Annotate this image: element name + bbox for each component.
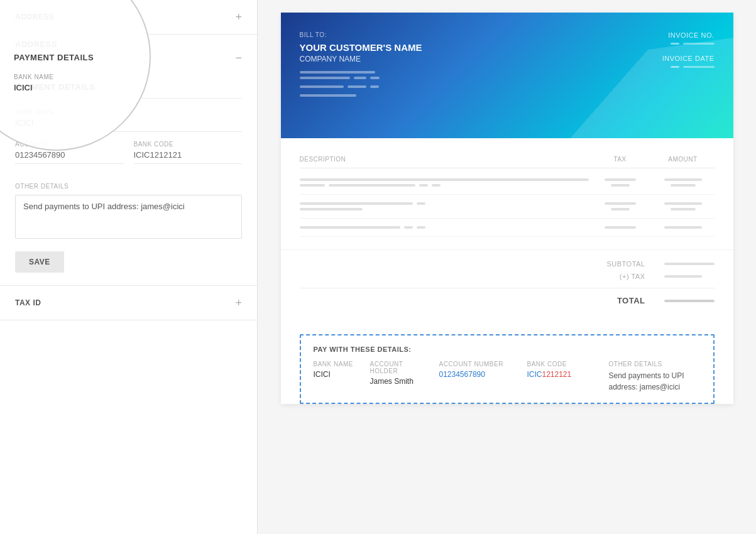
- address-line-3c: [370, 85, 379, 88]
- address-label-sub: ADDRESS: [0, 35, 257, 52]
- pay-bank-name-value: ICICI: [314, 370, 364, 379]
- row1-desc-line1: [300, 178, 589, 181]
- bill-to-label: BILL TO:: [300, 31, 422, 38]
- other-details-section: OTHER DETAILS Send payments to UPI addre…: [15, 183, 242, 241]
- invoice-no-dot1: [671, 43, 679, 45]
- payment-box: PAY WITH THESE DETAILS: BANK NAME ICICI …: [300, 334, 715, 404]
- other-details-input[interactable]: Send payments to UPI address: james@icic…: [15, 195, 242, 239]
- pay-with-label: PAY WITH THESE DETAILS:: [314, 346, 701, 353]
- row3-amt-line1: [664, 226, 702, 229]
- row3-tax: [589, 226, 652, 229]
- row3-desc: [300, 226, 589, 229]
- row2-desc-line1: [300, 202, 413, 205]
- invoice-date-dot1: [671, 66, 679, 68]
- invoice-header: BILL TO: YOUR CUSTOMER'S NAME COMPANY NA…: [281, 13, 733, 138]
- tax-ph: [664, 275, 702, 278]
- address-collapse-icon[interactable]: −: [0, 52, 257, 70]
- subtotal-value: [664, 263, 715, 265]
- address-section-header: ADDRESS +: [0, 0, 257, 35]
- subtotal-section: SUBTOTAL (+) TAX TOTAL: [281, 249, 733, 315]
- invoice-no-line: [683, 43, 715, 45]
- row3-desc-line1: [300, 226, 400, 229]
- row2-amt-line2: [671, 208, 696, 210]
- row2-amount: [652, 202, 715, 210]
- tax-row-label: (+) TAX: [595, 273, 645, 280]
- pay-other-details-header: OTHER DETAILS: [609, 361, 701, 368]
- row2-tax-line1: [605, 202, 636, 205]
- bank-name-label: BANK NAME: [15, 109, 242, 116]
- row2-desc-dot1: [417, 202, 425, 205]
- pay-account-number-col: ACCOUNT NUMBER 01234567890: [439, 361, 521, 393]
- invoice-row-3: [300, 219, 715, 237]
- row2-amt-line1: [664, 202, 702, 205]
- payment-details-section: PAYMENT DETAILS BANK NAME ICICI ACCOUNT …: [0, 70, 257, 286]
- total-value: [664, 300, 715, 302]
- row1-tax-line1: [605, 178, 636, 181]
- bank-code-col: BANK CODE ICIC1212121: [134, 141, 243, 173]
- save-button[interactable]: SAVE: [15, 251, 64, 273]
- bank-code-label: BANK CODE: [134, 141, 243, 148]
- address-line-4: [300, 94, 356, 97]
- pay-account-number-value: 01234567890: [439, 370, 521, 379]
- invoice-card: BILL TO: YOUR CUSTOMER'S NAME COMPANY NA…: [281, 13, 733, 404]
- address-line-2a: [300, 77, 350, 79]
- invoice-table-section: DESCRIPTION TAX AMOUNT: [281, 138, 733, 249]
- bank-code-value: ICIC1212121: [134, 150, 243, 164]
- address-add-icon[interactable]: +: [235, 11, 242, 23]
- address-title: ADDRESS: [15, 13, 54, 21]
- address-line-2b: [354, 77, 366, 79]
- row1-desc-dot3: [432, 184, 441, 187]
- tax-row: (+) TAX: [300, 273, 715, 280]
- row2-tax-line2: [611, 208, 630, 210]
- tax-row-value: [664, 275, 715, 278]
- row3-amount: [652, 226, 715, 229]
- total-row: TOTAL: [300, 288, 715, 305]
- row3-tax-line1: [605, 226, 636, 229]
- address-line-1: [300, 71, 375, 74]
- customer-name: YOUR CUSTOMER'S NAME: [300, 42, 422, 53]
- row1-desc-dot1: [300, 184, 325, 187]
- pay-account-holder-header: ACCOUNT HOLDER: [370, 361, 433, 374]
- row2-desc-line2: [300, 208, 363, 210]
- other-details-label: OTHER DETAILS: [15, 183, 242, 190]
- row3-desc-dot2: [417, 226, 425, 229]
- account-bankcode-row: ACCOUNT 01234567890 BANK CODE ICIC121212…: [15, 141, 242, 173]
- address-line-3a: [300, 85, 344, 88]
- subtotal-ph: [664, 263, 715, 265]
- pay-bank-name-header: BANK NAME: [314, 361, 364, 368]
- invoice-header-grid: BILL TO: YOUR CUSTOMER'S NAME COMPANY NA…: [300, 31, 715, 100]
- pay-account-number-header: ACCOUNT NUMBER: [439, 361, 521, 368]
- invoice-row-2: [300, 195, 715, 219]
- pay-bank-code-header: BANK CODE: [527, 361, 603, 368]
- row1-desc-dot2: [419, 184, 428, 187]
- row3-desc-dot1: [404, 226, 413, 229]
- bill-to-section: BILL TO: YOUR CUSTOMER'S NAME COMPANY NA…: [300, 31, 422, 100]
- address-line-2c: [370, 77, 380, 79]
- invoice-table-header: DESCRIPTION TAX AMOUNT: [300, 151, 715, 168]
- pay-other-details-value: Send payments to UPI address: james@icic…: [609, 370, 701, 393]
- account-value: 01234567890: [15, 150, 124, 164]
- invoice-no-label: INVOICE NO.: [662, 31, 715, 39]
- bank-name-value: ICICI: [15, 118, 242, 132]
- pay-bank-code-col: BANK CODE ICIC1212121: [527, 361, 603, 393]
- payment-details-heading: PAYMENT DETAILS: [15, 82, 242, 99]
- account-label: ACCOUNT: [15, 141, 124, 148]
- row1-amount: [652, 178, 715, 187]
- row1-amt-line1: [664, 178, 702, 181]
- company-name: COMPANY NAME: [300, 55, 422, 63]
- th-tax: TAX: [589, 156, 652, 163]
- row2-desc: [300, 202, 589, 210]
- left-panel: PAYMENT DETAILS BANK NAME ICICI ADDRESS …: [0, 0, 258, 534]
- th-description: DESCRIPTION: [300, 156, 589, 163]
- invoice-date-label: INVOICE DATE: [662, 55, 715, 62]
- address-line-3b: [348, 85, 366, 88]
- row1-amt-line2: [671, 184, 696, 187]
- total-label: TOTAL: [595, 296, 645, 305]
- tax-id-add-icon[interactable]: +: [235, 297, 242, 308]
- tax-id-section: TAX ID +: [0, 286, 257, 320]
- invoice-row-1: [300, 171, 715, 195]
- account-col: ACCOUNT 01234567890: [15, 141, 124, 173]
- pay-other-details-col: OTHER DETAILS Send payments to UPI addre…: [609, 361, 701, 393]
- right-panel: BILL TO: YOUR CUSTOMER'S NAME COMPANY NA…: [258, 0, 756, 534]
- pay-account-holder-value: James Smith: [370, 377, 433, 386]
